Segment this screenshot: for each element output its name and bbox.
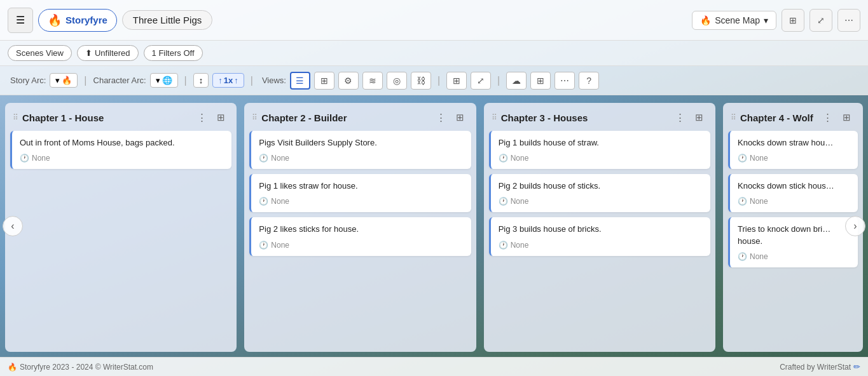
filters-off-button[interactable]: 1 Filters Off bbox=[144, 45, 203, 61]
table-view-icon: ⊞ bbox=[453, 76, 460, 86]
footer-left-text: Storyfyre 2023 - 2024 © WriterStat.com bbox=[20, 363, 153, 372]
chevron-down-icon: ▾ bbox=[764, 15, 768, 25]
project-title-button[interactable]: Three Little Pigs bbox=[122, 10, 212, 30]
chapter-col-2: ⠿ Chapter 2 - Builder ⋮ ⊞ Pigs Visit Bui… bbox=[244, 103, 476, 352]
wave-view-button[interactable]: ≋ bbox=[362, 72, 383, 90]
more-icon: ⋯ bbox=[844, 15, 853, 25]
scene-card-text: Out in front of Moms House, bags packed. bbox=[20, 137, 224, 149]
scene-card-meta-text: None bbox=[511, 197, 529, 206]
separator-2: | bbox=[184, 75, 187, 86]
help-icon: ? bbox=[586, 76, 591, 86]
scene-card[interactable]: Pig 1 likes straw for house. 🕐 None bbox=[249, 174, 471, 212]
chapter-2-menu-button[interactable]: ⋮ bbox=[433, 109, 450, 126]
chapter-2-cards: Pigs Visit Builders Supply Store. 🕐 None… bbox=[244, 131, 476, 261]
topbar-right: 🔥 Scene Map ▾ ⊞ ⤢ ⋯ bbox=[692, 9, 860, 32]
scene-card[interactable]: Out in front of Moms House, bags packed.… bbox=[10, 131, 231, 169]
wave-view-icon: ≋ bbox=[369, 76, 376, 86]
clock-icon: 🕐 bbox=[259, 241, 268, 250]
scene-map-label: Scene Map bbox=[715, 15, 760, 25]
character-arc-dropdown[interactable]: ▾ 🌐 bbox=[150, 73, 178, 88]
table-view-button[interactable]: ⊞ bbox=[446, 72, 467, 90]
unfiltered-button[interactable]: ⬆ Unfiltered bbox=[77, 45, 139, 61]
scene-card[interactable]: Pig 2 builds house of sticks. 🕐 None bbox=[489, 174, 710, 212]
scene-card[interactable]: Tries to knock down bri… house. 🕐 None bbox=[728, 217, 858, 267]
story-arc-label: Story Arc: bbox=[10, 76, 46, 85]
character-arc-label: Character Arc: bbox=[93, 76, 146, 85]
scene-map-button[interactable]: 🔥 Scene Map ▾ bbox=[692, 11, 776, 30]
menu-button[interactable]: ☰ bbox=[8, 8, 33, 33]
fullscreen-view-icon: ⤢ bbox=[477, 76, 485, 86]
chapter-3-menu-button[interactable]: ⋮ bbox=[672, 109, 689, 126]
separator-5: | bbox=[497, 75, 500, 86]
chapter-4-menu-button[interactable]: ⋮ bbox=[820, 109, 836, 126]
scenes-view-button[interactable]: Scenes View bbox=[8, 45, 72, 61]
clock-icon: 🕐 bbox=[499, 154, 508, 163]
chapter-1-cards: Out in front of Moms House, bags packed.… bbox=[5, 131, 237, 174]
scene-card-meta: 🕐 None bbox=[738, 154, 850, 163]
logo-button[interactable]: 🔥 Storyfyre bbox=[38, 9, 117, 32]
scene-card[interactable]: Pigs Visit Builders Supply Store. 🕐 None bbox=[249, 131, 471, 169]
chapter-2-add-button[interactable]: ⊞ bbox=[452, 109, 469, 126]
scene-card-meta-text: None bbox=[750, 252, 768, 261]
link-view-icon: ⛓ bbox=[417, 76, 425, 86]
scenes-view-label: Scenes View bbox=[16, 48, 64, 58]
footer-right-text: Crafted by WriterStat bbox=[780, 363, 851, 372]
filter-view-button[interactable]: ⚙ bbox=[338, 72, 359, 90]
list-view-button[interactable]: ☰ bbox=[290, 72, 310, 90]
link-view-button[interactable]: ⛓ bbox=[411, 72, 431, 90]
clock-icon: 🕐 bbox=[499, 241, 508, 250]
scene-card-meta-text: None bbox=[511, 154, 529, 163]
nav-arrow-left[interactable]: ‹ bbox=[3, 216, 23, 236]
fullscreen-view-button[interactable]: ⤢ bbox=[471, 72, 491, 90]
scene-card[interactable]: Knocks down stick hous… 🕐 None bbox=[728, 174, 858, 212]
topbar: ☰ 🔥 Storyfyre Three Little Pigs 🔥 Scene … bbox=[0, 0, 868, 41]
main-content: ‹ ⠿ Chapter 1 - House ⋮ ⊞ Out in front o… bbox=[0, 95, 868, 357]
cloud-view-icon: ☁ bbox=[512, 76, 521, 86]
unfiltered-label: Unfiltered bbox=[95, 48, 130, 58]
scene-card-meta: 🕐 None bbox=[20, 154, 224, 163]
scene-card[interactable]: Pig 3 builds house of bricks. 🕐 None bbox=[489, 217, 710, 255]
tiles-view-icon: ⊞ bbox=[537, 76, 544, 86]
chapter-4-cards: Knocks down straw hou… 🕐 None Knocks dow… bbox=[723, 131, 863, 272]
help-button[interactable]: ? bbox=[579, 72, 599, 90]
scene-card-text: Pig 2 builds house of sticks. bbox=[499, 180, 703, 192]
scene-map-flame-icon: 🔥 bbox=[700, 15, 711, 25]
story-arc-dropdown[interactable]: ▾ 🔥 bbox=[50, 73, 78, 88]
clock-icon: 🕐 bbox=[20, 154, 29, 163]
scene-card[interactable]: Knocks down straw hou… 🕐 None bbox=[728, 131, 858, 169]
chapter-col-3: ⠿ Chapter 3 - Houses ⋮ ⊞ Pig 1 builds ho… bbox=[484, 103, 715, 352]
expand-button[interactable]: ⤢ bbox=[809, 9, 832, 32]
cloud-view-button[interactable]: ☁ bbox=[506, 72, 527, 90]
scene-card-meta-text: None bbox=[32, 154, 50, 163]
nav-arrow-right[interactable]: › bbox=[845, 216, 865, 236]
more-options-button[interactable]: ⋯ bbox=[837, 9, 860, 32]
sort-direction-button[interactable]: ↕ bbox=[193, 73, 209, 88]
target-view-button[interactable]: ◎ bbox=[387, 72, 407, 90]
scene-card-meta-text: None bbox=[511, 241, 529, 250]
footer: 🔥 Storyfyre 2023 - 2024 © WriterStat.com… bbox=[0, 357, 868, 376]
footer-edit-button[interactable]: ✏ bbox=[853, 362, 860, 372]
zoom-control[interactable]: ↑ 1x ↑ bbox=[212, 73, 244, 88]
scene-card[interactable]: Pig 2 likes sticks for house. 🕐 None bbox=[249, 217, 471, 255]
expand-icon: ⤢ bbox=[817, 15, 825, 25]
chapter-1-add-button[interactable]: ⊞ bbox=[212, 109, 229, 126]
chapter-4-add-button[interactable]: ⊞ bbox=[839, 109, 855, 126]
tiles-view-button[interactable]: ⊞ bbox=[530, 72, 551, 90]
scene-card-text: Knocks down straw hou… bbox=[738, 137, 850, 149]
sort-icon: ↕ bbox=[199, 76, 203, 85]
clock-icon: 🕐 bbox=[738, 197, 747, 206]
zoom-up-icon: ↑ bbox=[218, 76, 223, 85]
chapter-1-menu-button[interactable]: ⋮ bbox=[193, 109, 210, 126]
scene-card-meta-text: None bbox=[271, 197, 289, 206]
separator-3: | bbox=[251, 75, 253, 86]
add-view-button[interactable]: ⊞ bbox=[782, 9, 804, 32]
target-view-icon: ◎ bbox=[393, 76, 401, 86]
scene-card-meta-text: None bbox=[271, 241, 289, 250]
chapter-1-title: Chapter 1 - House bbox=[22, 112, 191, 123]
scene-card[interactable]: Pig 1 builds house of straw. 🕐 None bbox=[489, 131, 710, 169]
filters-off-label: 1 Filters Off bbox=[152, 48, 195, 58]
grid-view-button[interactable]: ⊞ bbox=[314, 72, 334, 90]
extra-options-button[interactable]: ⋯ bbox=[555, 72, 575, 90]
chapter-3-add-button[interactable]: ⊞ bbox=[691, 109, 708, 126]
scene-card-text: Pig 1 likes straw for house. bbox=[259, 180, 463, 192]
